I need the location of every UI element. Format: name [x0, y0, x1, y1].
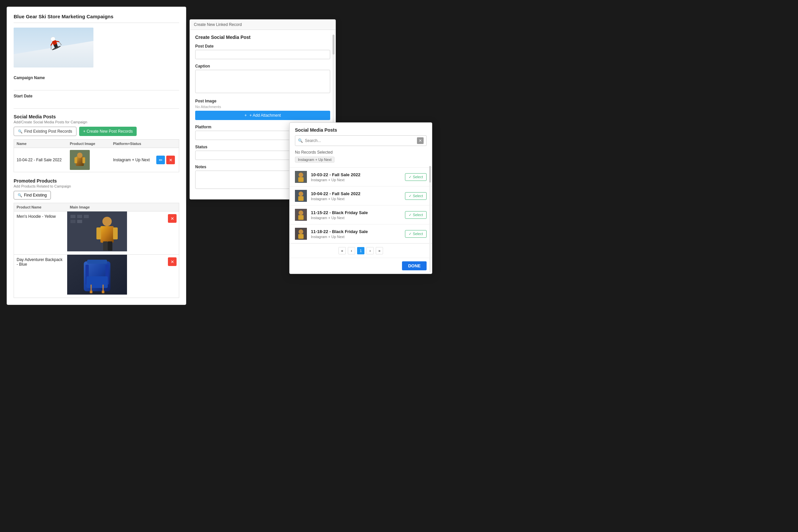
- campaign-panel: Blue Gear Ski Store Marketing Campaigns: [7, 7, 186, 305]
- select-item-4-button[interactable]: ✓ Select: [405, 230, 426, 238]
- done-button[interactable]: DONE: [402, 261, 426, 270]
- campaign-name-label: Campaign Name: [14, 75, 179, 80]
- products-table-header: Product Name Main Image: [14, 203, 179, 211]
- create-new-post-records-button[interactable]: + Create New Post Records: [79, 127, 137, 136]
- campaign-name-section: Campaign Name: [14, 72, 179, 91]
- picker-item-name-2: 10-04-22 - Fall Sale 2022: [311, 191, 405, 196]
- select-item-1-button[interactable]: ✓ Select: [405, 173, 426, 181]
- promoted-products-title: Promoted Products: [14, 178, 179, 184]
- col-platform-status: Platform+Status: [113, 141, 176, 146]
- picker-thumb-4: [295, 228, 307, 240]
- svg-point-23: [102, 217, 112, 226]
- social-media-row: 10-04-22 - Fall Sale 2022: [14, 148, 179, 172]
- row-name: 10-04-22 - Fall Sale 2022: [17, 158, 70, 162]
- picker-scrollbar-thumb: [429, 166, 431, 183]
- svg-point-46: [299, 210, 303, 215]
- picker-item-name-3: 11-15-22 - Black Friday Sale: [311, 210, 405, 215]
- caption-field: Caption: [195, 64, 330, 94]
- find-existing-post-records-button[interactable]: 🔍 Find Existing Post Records: [14, 127, 76, 136]
- search-input[interactable]: [305, 138, 415, 143]
- filter-tag[interactable]: Instagram + Up Next: [295, 157, 335, 163]
- picker-item-sub-1: Instagram + Up Next: [311, 178, 405, 182]
- svg-rect-25: [96, 227, 101, 240]
- page-title: Blue Gear Ski Store Marketing Campaigns: [14, 14, 179, 23]
- post-image-label: Post Image: [195, 99, 330, 103]
- caption-input[interactable]: [195, 70, 330, 93]
- search-icon-small: 🔍: [18, 193, 22, 197]
- post-image-field: Post Image No Attachments + + Add Attach…: [195, 99, 330, 120]
- col-product-name: Product Name: [17, 205, 70, 209]
- svg-rect-16: [82, 157, 85, 163]
- svg-rect-18: [71, 215, 75, 218]
- pagination-last[interactable]: »: [376, 247, 383, 254]
- picker-item-4: 11-18-22 - Black Friday Sale Instagram +…: [290, 225, 432, 243]
- row-actions: ✏ ✕: [156, 156, 176, 164]
- modal-title: Create Social Media Post: [195, 35, 330, 40]
- svg-rect-19: [77, 215, 82, 218]
- post-date-label: Post Date: [195, 44, 330, 49]
- post-date-field: Post Date: [195, 44, 330, 59]
- no-records-selected-text: No Records Selected: [295, 149, 426, 157]
- svg-rect-24: [100, 226, 114, 243]
- row-product-image: [70, 150, 113, 170]
- svg-rect-31: [87, 260, 107, 264]
- svg-point-40: [299, 173, 303, 177]
- campaign-name-value[interactable]: [14, 81, 179, 87]
- picker-scrollbar[interactable]: [429, 166, 431, 272]
- picker-list: 10-03-22 - Fall Sale 2022 Instagram + Up…: [290, 168, 432, 243]
- product-images-backpack: [67, 255, 166, 296]
- svg-rect-34: [87, 276, 108, 288]
- picker-item-2: 10-04-22 - Fall Sale 2022 Instagram + Up…: [290, 187, 432, 206]
- svg-rect-44: [298, 196, 304, 201]
- delete-backpack-button[interactable]: ✕: [168, 258, 176, 266]
- picker-item-sub-3: Instagram + Up Next: [311, 216, 405, 220]
- col-product-image: Product Image: [70, 141, 113, 146]
- picker-item-info-4: 11-18-22 - Black Friday Sale Instagram +…: [311, 229, 405, 239]
- social-media-table-header: Name Product Image Platform+Status: [14, 139, 179, 148]
- picker-item-name-1: 10-03-22 - Fall Sale 2022: [311, 172, 405, 177]
- delete-button[interactable]: ✕: [166, 156, 175, 164]
- pagination-prev[interactable]: ‹: [348, 247, 355, 254]
- pagination-next[interactable]: ›: [366, 247, 374, 254]
- posts-picker-modal: Social Media Posts 🔍 ✕ No Records Select…: [289, 122, 432, 274]
- picker-item-1: 10-03-22 - Fall Sale 2022 Instagram + Up…: [290, 168, 432, 187]
- select-item-2-button[interactable]: ✓ Select: [405, 192, 426, 200]
- picker-item-info-1: 10-03-22 - Fall Sale 2022 Instagram + Up…: [311, 172, 405, 182]
- search-icon-picker: 🔍: [298, 138, 303, 143]
- find-existing-products-button[interactable]: 🔍 Find Existing: [14, 191, 51, 200]
- start-date-label: Start Date: [14, 94, 179, 98]
- col-main-image: Main Image: [70, 205, 176, 209]
- svg-rect-20: [84, 215, 89, 218]
- plus-icon: +: [244, 113, 247, 118]
- start-date-value[interactable]: [14, 100, 179, 105]
- social-media-section: Social Media Posts Add/Create Social Med…: [14, 114, 179, 172]
- edit-button[interactable]: ✏: [156, 156, 165, 164]
- start-date-section: Start Date: [14, 91, 179, 109]
- pagination-current[interactable]: 1: [357, 247, 364, 254]
- add-attachment-button[interactable]: + + Add Attachment: [195, 111, 330, 120]
- posts-picker-title: Social Media Posts: [295, 127, 426, 133]
- picker-item-info-2: 10-04-22 - Fall Sale 2022 Instagram + Up…: [311, 191, 405, 201]
- post-date-input[interactable]: [195, 50, 330, 59]
- close-picker-button[interactable]: ✕: [417, 137, 424, 144]
- svg-rect-47: [298, 215, 304, 220]
- row-platform-status: Instagram + Up Next: [113, 158, 156, 162]
- social-media-subtitle: Add/Create Social Media Posts for Campai…: [14, 120, 179, 124]
- svg-point-14: [77, 153, 82, 158]
- picker-footer: DONE: [290, 258, 432, 274]
- svg-point-43: [299, 191, 303, 196]
- picker-item-sub-2: Instagram + Up Next: [311, 197, 405, 201]
- delete-hoodie-button[interactable]: ✕: [168, 214, 176, 223]
- picker-item-3: 11-15-22 - Black Friday Sale Instagram +…: [290, 206, 432, 225]
- select-item-3-button[interactable]: ✓ Select: [405, 211, 426, 219]
- social-media-actions: 🔍 Find Existing Post Records + Create Ne…: [14, 127, 179, 136]
- campaign-hero-image: [14, 27, 93, 68]
- product-name-hoodie: Men's Hoodie - Yellow: [14, 211, 67, 222]
- svg-rect-26: [113, 227, 118, 240]
- svg-rect-27: [103, 241, 108, 251]
- pagination-first[interactable]: «: [339, 247, 346, 254]
- promoted-products-subtitle: Add Products Related to Campaign: [14, 184, 179, 188]
- promoted-products-section: Promoted Products Add Products Related t…: [14, 178, 179, 298]
- picker-thumb-3: [295, 209, 307, 221]
- search-icon: 🔍: [18, 129, 23, 134]
